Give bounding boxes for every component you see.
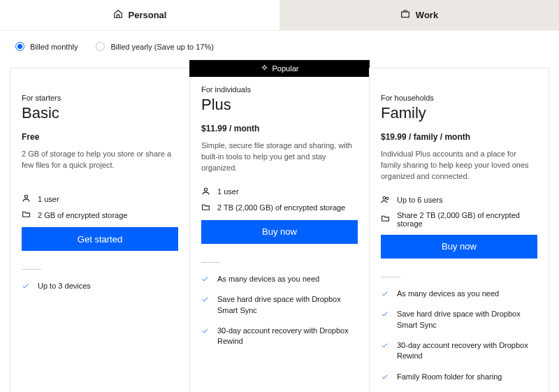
plan-feature: As many devices as you need	[381, 289, 537, 299]
plan-storage-spec: 2 GB of encrypted storage	[22, 210, 178, 220]
plan-storage-text: 2 GB of encrypted storage	[38, 211, 127, 219]
plan-eyebrow: For households	[381, 94, 537, 102]
svg-point-2	[204, 188, 207, 191]
plan-name: Plus	[201, 96, 358, 114]
plan-name: Basic	[22, 104, 178, 122]
plan-tabs: Personal Work	[0, 0, 559, 31]
check-icon	[381, 342, 389, 349]
plan-feature-text: 30-day account recovery with Dropbox Rew…	[397, 340, 537, 362]
get-started-button[interactable]: Get started	[22, 227, 178, 251]
billing-yearly-radio[interactable]: Billed yearly (Save up to 17%)	[96, 42, 213, 51]
plan-description: Simple, secure file storage and sharing,…	[201, 140, 358, 174]
check-icon	[201, 296, 209, 303]
popular-label: Popular	[273, 64, 299, 73]
billing-yearly-label: Billed yearly (Save up to 17%)	[110, 43, 213, 51]
tab-work-label: Work	[416, 10, 438, 20]
user-icon	[22, 194, 31, 204]
svg-point-1	[24, 195, 27, 198]
plan-storage-text: Share 2 TB (2,000 GB) of encrypted stora…	[397, 211, 537, 228]
tab-work[interactable]: Work	[280, 0, 559, 30]
plan-feature-text: Save hard drive space with Dropbox Smart…	[397, 309, 537, 331]
plan-feature: Up to 3 devices	[22, 281, 178, 291]
billing-toggle: Billed monthly Billed yearly (Save up to…	[0, 31, 559, 59]
plan-card-plus: Popular For individuals Plus $11.99 / mo…	[189, 59, 370, 392]
briefcase-icon	[400, 9, 410, 21]
billing-monthly-label: Billed monthly	[30, 43, 78, 51]
plan-feature: 30-day account recovery with Dropbox Rew…	[201, 326, 358, 347]
divider	[201, 262, 221, 263]
folder-icon	[381, 214, 390, 224]
sparkle-icon	[261, 64, 268, 73]
plan-eyebrow: For individuals	[201, 85, 358, 94]
users-icon	[381, 195, 390, 205]
plan-feature-text: 30-day account recovery with Dropbox Rew…	[217, 326, 358, 347]
plan-feature: Family Room folder for sharing	[381, 372, 537, 382]
check-icon	[201, 327, 209, 335]
svg-point-4	[386, 197, 389, 199]
check-icon	[22, 282, 29, 290]
plan-feature-text: Save hard drive space with Dropbox Smart…	[217, 294, 358, 316]
plan-eyebrow: For starters	[22, 94, 178, 102]
check-icon	[381, 290, 389, 298]
plan-feature: 30-day account recovery with Dropbox Rew…	[381, 340, 537, 362]
plan-feature: Save hard drive space with Dropbox Smart…	[201, 294, 358, 316]
plan-feature-text: Family Room folder for sharing	[397, 372, 502, 382]
tab-personal[interactable]: Personal	[0, 0, 280, 30]
plan-name: Family	[381, 104, 537, 122]
plan-card-basic: For starters Basic Free 2 GB of storage …	[10, 68, 190, 392]
check-icon	[201, 275, 209, 283]
plan-user-spec: Up to 6 users	[381, 195, 537, 205]
plan-price: $11.99 / month	[201, 124, 358, 133]
check-icon	[381, 310, 389, 318]
plan-user-text: 1 user	[38, 195, 59, 203]
plan-card-family: For households Family $19.99 / family / …	[369, 68, 549, 392]
plan-feature: Save hard drive space with Dropbox Smart…	[381, 309, 537, 331]
plan-user-spec: 1 user	[201, 187, 358, 197]
divider	[381, 277, 400, 277]
plan-price: Free	[22, 132, 178, 142]
plan-feature-text: As many devices as you need	[397, 289, 499, 299]
plan-feature-text: Up to 3 devices	[38, 281, 91, 291]
plan-description: 2 GB of storage to help you store or sha…	[22, 149, 178, 181]
pricing-cards: For starters Basic Free 2 GB of storage …	[0, 59, 559, 392]
plan-user-spec: 1 user	[22, 194, 178, 204]
svg-point-3	[383, 196, 386, 199]
buy-now-button[interactable]: Buy now	[381, 235, 537, 259]
plan-user-text: Up to 6 users	[397, 196, 442, 204]
check-icon	[381, 373, 389, 381]
buy-now-button[interactable]: Buy now	[201, 220, 358, 244]
tab-personal-label: Personal	[129, 10, 167, 20]
folder-icon	[22, 210, 31, 220]
plan-storage-spec: Share 2 TB (2,000 GB) of encrypted stora…	[381, 211, 537, 228]
popular-badge: Popular	[189, 60, 370, 77]
divider	[22, 269, 41, 270]
billing-monthly-radio[interactable]: Billed monthly	[15, 42, 78, 51]
radio-dot-icon	[15, 42, 24, 51]
plan-feature: As many devices as you need	[201, 274, 358, 284]
plan-price: $19.99 / family / month	[381, 132, 537, 142]
radio-dot-icon	[96, 42, 105, 51]
plan-description: Individual Plus accounts and a place for…	[381, 149, 537, 182]
svg-rect-0	[402, 12, 409, 17]
home-icon	[113, 9, 123, 21]
plan-feature-text: As many devices as you need	[217, 274, 319, 284]
folder-icon	[201, 203, 210, 213]
plan-storage-spec: 2 TB (2,000 GB) of encrypted storage	[201, 203, 358, 213]
plan-user-text: 1 user	[217, 187, 239, 196]
plan-storage-text: 2 TB (2,000 GB) of encrypted storage	[217, 203, 345, 212]
user-icon	[201, 187, 210, 197]
